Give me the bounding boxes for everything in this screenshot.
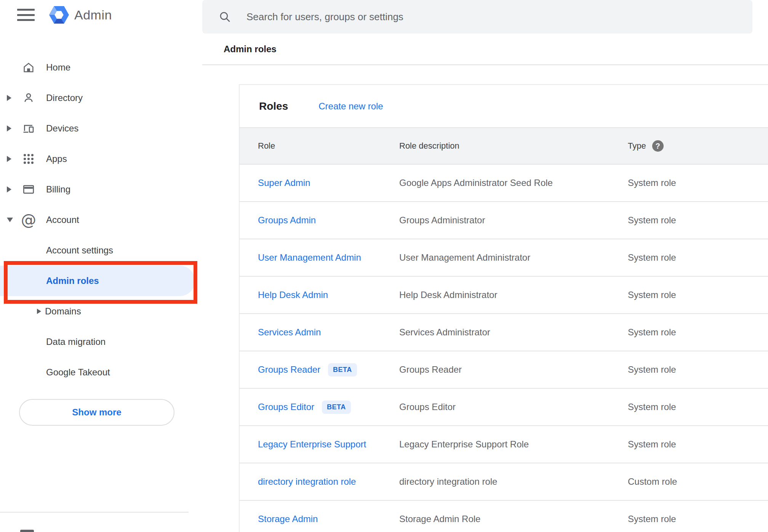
table-row: User Management Admin User Management Ad…	[240, 239, 768, 277]
sidebar-item-label: Account	[46, 215, 79, 225]
home-icon	[22, 61, 35, 74]
expand-arrow-icon[interactable]	[7, 95, 15, 101]
table-row: Legacy Enterprise Support Legacy Enterpr…	[240, 426, 768, 463]
sidebar-item-apps[interactable]: Apps	[0, 144, 202, 174]
search-bar[interactable]	[202, 0, 752, 34]
menu-icon[interactable]	[17, 9, 35, 21]
sidebar-item-account[interactable]: @ Account	[0, 205, 202, 235]
main-area: Admin roles Roles Create new role Role R…	[202, 0, 768, 532]
role-description: directory integration role	[399, 476, 628, 487]
table-row: Storage Admin Storage Admin Role System …	[240, 501, 768, 532]
collapse-arrow-icon[interactable]	[7, 218, 15, 222]
sidebar-nav: Home Directory Devices	[0, 52, 202, 388]
table-row: Super Admin Google Apps Administrator Se…	[240, 165, 768, 202]
table-row: Groups Editor BETA Groups Editor System …	[240, 389, 768, 426]
column-header-type: Type ?	[628, 140, 768, 152]
show-more-label: Show more	[72, 407, 121, 418]
table-row: Groups Reader BETA Groups Reader System …	[240, 351, 768, 389]
sidebar-item-devices[interactable]: Devices	[0, 113, 202, 144]
sidebar-item-label: Devices	[46, 123, 78, 134]
at-sign-icon: @	[22, 213, 35, 226]
role-type: System role	[628, 178, 768, 188]
table-row: Services Admin Services Administrator Sy…	[240, 314, 768, 351]
sidebar-item-admin-roles[interactable]: Admin roles	[0, 266, 195, 296]
sidebar-item-data-migration[interactable]: Data migration	[0, 327, 202, 357]
table-row: Help Desk Admin Help Desk Administrator …	[240, 277, 768, 314]
show-more-button[interactable]: Show more	[19, 399, 174, 426]
beta-badge: BETA	[328, 363, 357, 377]
role-link[interactable]: User Management Admin	[258, 252, 361, 263]
sidebar-item-label: Apps	[46, 154, 67, 164]
role-type: System role	[628, 364, 768, 375]
role-description: Help Desk Administrator	[399, 290, 628, 300]
beta-badge: BETA	[322, 401, 351, 414]
person-icon	[22, 91, 35, 104]
role-description: Groups Administrator	[399, 215, 628, 226]
search-input[interactable]	[246, 11, 704, 23]
role-description: Legacy Enterprise Support Role	[399, 439, 628, 450]
app-title: Admin	[74, 8, 112, 22]
sidebar-item-billing[interactable]: Billing	[0, 174, 202, 205]
search-icon	[218, 10, 231, 23]
breadcrumb: Admin roles	[224, 44, 277, 54]
expand-arrow-icon[interactable]	[7, 186, 15, 192]
role-type: System role	[628, 327, 768, 338]
role-link[interactable]: Services Admin	[258, 327, 321, 338]
table-header-row: Role Role description Type ?	[240, 127, 768, 165]
sidebar-item-home[interactable]: Home	[0, 52, 202, 83]
table-row: directory integration role directory int…	[240, 463, 768, 501]
column-header-role-description: Role description	[399, 141, 628, 151]
sidebar-item-label: Google Takeout	[46, 367, 110, 378]
page-title: Roles	[259, 100, 288, 112]
role-type: System role	[628, 402, 768, 412]
sidebar-item-directory[interactable]: Directory	[0, 83, 202, 113]
apps-grid-icon	[22, 152, 35, 165]
role-link[interactable]: Legacy Enterprise Support	[258, 439, 366, 450]
role-type: System role	[628, 215, 768, 226]
sidebar-item-label: Account settings	[46, 245, 113, 256]
devices-icon	[22, 122, 35, 135]
column-header-role: Role	[258, 141, 399, 151]
create-new-role-link[interactable]: Create new role	[318, 101, 383, 112]
sidebar-item-label: Data migration	[46, 337, 106, 347]
role-link[interactable]: Groups Editor	[258, 402, 314, 412]
credit-card-icon	[22, 183, 35, 196]
sidebar-item-label: Billing	[46, 184, 70, 195]
sidebar-item-domains[interactable]: Domains	[0, 296, 202, 327]
role-type: System role	[628, 514, 768, 524]
role-description: Google Apps Administrator Seed Role	[399, 178, 628, 188]
admin-logo-icon	[49, 4, 69, 26]
breadcrumb-row: Admin roles	[202, 34, 768, 65]
role-type: System role	[628, 290, 768, 300]
sidebar-item-google-takeout[interactable]: Google Takeout	[0, 357, 202, 388]
role-description: Services Administrator	[399, 327, 628, 338]
sidebar-header: Admin	[0, 0, 202, 30]
role-link[interactable]: Groups Admin	[258, 215, 316, 226]
role-link[interactable]: Groups Reader	[258, 364, 320, 375]
role-description: Storage Admin Role	[399, 514, 628, 524]
role-type: System role	[628, 252, 768, 263]
role-type: Custom role	[628, 476, 768, 487]
roles-card-header: Roles Create new role	[240, 85, 768, 127]
role-link[interactable]: Help Desk Admin	[258, 290, 328, 300]
expand-arrow-icon[interactable]	[7, 125, 15, 131]
role-description: Groups Reader	[399, 364, 628, 375]
role-type: System role	[628, 439, 768, 450]
expand-arrow-icon[interactable]	[37, 309, 41, 314]
sidebar-item-label: Admin roles	[46, 276, 99, 286]
sidebar-item-label: Domains	[45, 306, 81, 317]
sidebar: Admin Home Directory	[0, 0, 202, 532]
sidebar-bottom-divider	[0, 512, 189, 513]
role-link[interactable]: directory integration role	[258, 476, 356, 487]
role-link[interactable]: Storage Admin	[258, 514, 318, 524]
help-icon[interactable]: ?	[652, 140, 664, 152]
partial-bottom-icon	[20, 530, 34, 532]
sidebar-item-account-settings[interactable]: Account settings	[0, 235, 202, 266]
table-row: Groups Admin Groups Administrator System…	[240, 202, 768, 239]
sidebar-item-label: Directory	[46, 93, 83, 103]
role-link[interactable]: Super Admin	[258, 178, 310, 188]
expand-arrow-icon[interactable]	[7, 156, 15, 162]
roles-card: Roles Create new role Role Role descript…	[239, 84, 768, 532]
role-description: User Management Administrator	[399, 252, 628, 263]
role-description: Groups Editor	[399, 402, 628, 412]
